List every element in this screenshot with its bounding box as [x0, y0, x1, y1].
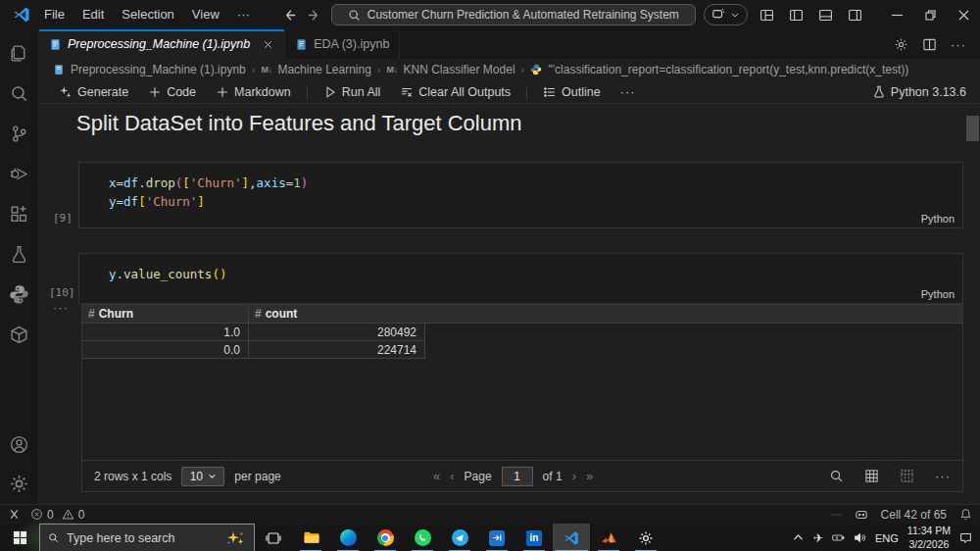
copilot-button[interactable]	[704, 4, 748, 25]
markdown-heading[interactable]: Split DataSet into Features and Target C…	[76, 111, 522, 136]
notebook-editor: Split DataSet into Features and Target C…	[39, 104, 980, 504]
tab-eda[interactable]: EDA (3).ipynb	[285, 29, 400, 59]
generate-label: Generate	[77, 85, 128, 99]
python-icon[interactable]	[9, 283, 30, 305]
forward-arrow-icon[interactable]	[307, 8, 321, 23]
command-center-search[interactable]: Customer Churn Prediction & Automated Re…	[331, 4, 696, 25]
grid-filter-icon[interactable]	[900, 469, 914, 483]
code-cell[interactable]: x=df.drop(['Churn'],axis=1)y=df['Churn']…	[78, 162, 963, 228]
more-actions-icon[interactable]: ···	[951, 37, 966, 52]
grid-search-icon[interactable]	[829, 469, 844, 483]
run-debug-icon[interactable]	[9, 163, 30, 184]
breadcrumb-symbol[interactable]: '''classification_report=classification_…	[548, 63, 908, 76]
copilot-status-icon[interactable]	[855, 508, 868, 522]
toggle-panel-icon[interactable]	[818, 8, 833, 23]
remote-indicator[interactable]	[8, 508, 21, 521]
minimize-button[interactable]	[880, 0, 913, 29]
menu-view[interactable]: View	[183, 0, 228, 29]
problems-indicator[interactable]: 0 0	[30, 508, 84, 522]
column-header[interactable]: #count	[249, 305, 424, 323]
cell-indicator[interactable]: Cell 42 of 65	[881, 508, 947, 522]
split-editor-icon[interactable]	[922, 37, 937, 52]
add-code-button[interactable]: Code	[140, 81, 204, 103]
matlab-icon[interactable]	[590, 524, 627, 551]
prev-page-button[interactable]: ‹	[450, 469, 454, 483]
share-app-icon[interactable]	[478, 524, 515, 551]
menu-bar: File Edit Selection View ···	[35, 0, 259, 29]
notebook-settings-gear-icon[interactable]	[894, 37, 908, 52]
notifications-bell-icon[interactable]	[959, 508, 972, 521]
table-row[interactable]: 0.0224714	[82, 341, 425, 359]
code-editor[interactable]: x=df.drop(['Churn'],axis=1)y=df['Churn']	[79, 163, 962, 211]
language-indicator[interactable]: ENG	[875, 532, 899, 544]
edge-browser-icon[interactable]	[329, 524, 367, 551]
taskbar-search-input[interactable]	[67, 531, 224, 545]
volume-icon[interactable]	[854, 531, 866, 544]
last-page-button[interactable]: »	[586, 469, 593, 483]
menu-selection[interactable]: Selection	[113, 0, 182, 29]
airplane-mode-icon[interactable]: ✈	[813, 531, 823, 545]
outline-button[interactable]: Outline	[535, 81, 609, 103]
page-number-input[interactable]	[502, 467, 533, 486]
column-header[interactable]: #Churn	[82, 305, 249, 323]
clock[interactable]: 11:34 PM 3/2/2026	[907, 525, 951, 550]
close-tab-icon[interactable]	[262, 38, 274, 51]
clear-all-outputs-button[interactable]: Clear All Outputs	[392, 81, 518, 103]
zoom-indicator[interactable]	[830, 514, 842, 516]
toggle-secondary-sidebar-icon[interactable]	[848, 8, 862, 23]
tab-preprocessing-machine[interactable]: Preprocessing_Machine (1).ipynb	[39, 29, 285, 59]
table-row[interactable]: 1.0280492	[82, 324, 425, 341]
output-collapse-icon[interactable]: ···	[53, 300, 69, 315]
run-all-button[interactable]: Run All	[316, 81, 389, 103]
cell-language-picker[interactable]: Python	[921, 288, 955, 300]
next-page-button[interactable]: ›	[572, 469, 576, 483]
menu-file[interactable]: File	[35, 0, 74, 29]
cell-language-picker[interactable]: Python	[921, 213, 955, 225]
taskbar-search[interactable]	[39, 524, 255, 551]
code-editor[interactable]: y.value_counts()	[79, 254, 962, 283]
first-page-button[interactable]: «	[433, 469, 440, 483]
close-button[interactable]	[947, 0, 980, 29]
restore-button[interactable]	[913, 0, 947, 29]
menu-edit[interactable]: Edit	[74, 0, 113, 29]
page-size-select[interactable]: 10	[181, 467, 224, 486]
toggle-primary-sidebar-icon[interactable]	[789, 8, 804, 23]
accounts-icon[interactable]	[9, 433, 30, 455]
search-icon[interactable]	[9, 82, 30, 104]
tray-chevron-up-icon[interactable]	[792, 531, 805, 544]
add-markdown-button[interactable]: Markdown	[208, 81, 299, 103]
whatsapp-icon[interactable]	[404, 524, 441, 551]
toolbar-more-icon[interactable]: ···	[612, 81, 644, 103]
vscode-taskbar-icon[interactable]	[553, 524, 590, 551]
error-icon	[30, 508, 43, 521]
scrollbar-thumb[interactable]	[966, 116, 979, 141]
start-button[interactable]	[0, 524, 39, 551]
settings-gear-icon[interactable]	[9, 473, 30, 494]
menu-more[interactable]: ···	[228, 0, 259, 29]
extensions-icon[interactable]	[9, 203, 30, 225]
chrome-browser-icon[interactable]	[367, 524, 404, 551]
telegram-icon[interactable]	[441, 524, 478, 551]
taskbar-settings-icon[interactable]	[627, 524, 664, 551]
table-cell: 0.0	[82, 341, 249, 358]
customize-layout-icon[interactable]	[760, 8, 774, 23]
grid-columns-icon[interactable]	[864, 469, 879, 483]
source-control-icon[interactable]	[9, 123, 30, 144]
container-tools-icon[interactable]	[9, 324, 30, 345]
testing-icon[interactable]	[9, 243, 30, 265]
breadcrumb-section[interactable]: Machine Learning	[277, 63, 370, 76]
linkedin-icon[interactable]: in	[515, 524, 553, 551]
file-explorer-icon[interactable]	[292, 524, 329, 551]
kernel-picker[interactable]: Python 3.13.6	[872, 85, 966, 99]
markdown-icon: M↓	[261, 65, 271, 75]
breadcrumb-subsection[interactable]: KNN Classifier Model	[404, 63, 515, 76]
task-view-button[interactable]	[255, 524, 292, 551]
action-center-icon[interactable]	[959, 531, 972, 544]
breadcrumb-file[interactable]: Preprocessing_Machine (1).ipynb	[71, 63, 246, 76]
code-cell[interactable]: y.value_counts() Python	[78, 253, 963, 304]
generate-button[interactable]: Generate	[51, 81, 136, 103]
battery-icon[interactable]	[832, 531, 845, 544]
explorer-icon[interactable]	[9, 42, 30, 64]
grid-more-icon[interactable]: ···	[935, 469, 951, 483]
back-arrow-icon[interactable]	[282, 8, 297, 23]
